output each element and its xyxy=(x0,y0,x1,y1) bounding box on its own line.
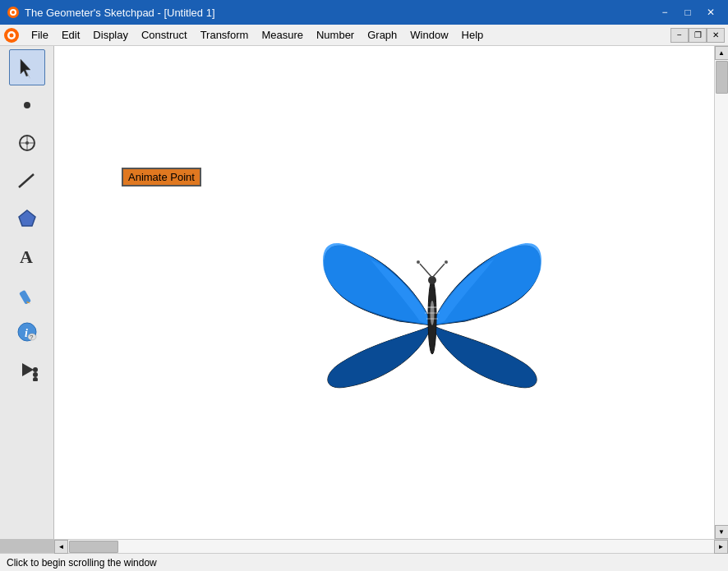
line-tool[interactable] xyxy=(9,163,45,199)
animate-icon xyxy=(16,358,39,381)
svg-marker-23 xyxy=(22,363,34,376)
scroll-down-button[interactable]: ▼ xyxy=(715,525,729,539)
svg-point-24 xyxy=(33,367,38,372)
animate-tool[interactable] xyxy=(9,352,45,388)
animate-point-label: Animate Point xyxy=(122,168,201,186)
menu-file[interactable]: File xyxy=(25,25,55,45)
close-button[interactable]: ✕ xyxy=(700,4,721,21)
scroll-left-button[interactable]: ◄ xyxy=(54,540,68,554)
scroll-h-thumb[interactable] xyxy=(69,541,118,553)
text-tool[interactable]: A xyxy=(9,238,45,274)
minimize-button[interactable]: − xyxy=(654,4,675,21)
scroll-right-button[interactable]: ► xyxy=(714,540,728,554)
butterfly-svg xyxy=(317,235,547,416)
menu-graph[interactable]: Graph xyxy=(361,25,403,45)
doc-close-button[interactable]: ✕ xyxy=(707,28,725,43)
polygon-tool[interactable] xyxy=(9,200,45,237)
scroll-v-thumb[interactable] xyxy=(716,61,728,94)
svg-marker-6 xyxy=(21,59,30,76)
menu-bar: File Edit Display Construct Transform Me… xyxy=(0,25,728,46)
svg-point-26 xyxy=(33,377,38,381)
svg-point-5 xyxy=(10,33,14,37)
horizontal-scrollbar: ◄ ► xyxy=(54,539,728,553)
scroll-v-track[interactable] xyxy=(715,60,728,525)
svg-rect-17 xyxy=(19,290,31,305)
menu-logo xyxy=(3,27,20,44)
line-icon xyxy=(16,169,39,192)
menu-construct[interactable]: Construct xyxy=(135,25,194,45)
menu-help[interactable]: Help xyxy=(455,25,491,45)
text-icon: A xyxy=(16,245,39,268)
svg-line-31 xyxy=(432,264,445,278)
menu-number[interactable]: Number xyxy=(310,25,361,45)
point-icon xyxy=(16,94,39,117)
toolbar: A i ? xyxy=(0,46,54,539)
compass-icon xyxy=(16,131,39,154)
doc-minimize-button[interactable]: − xyxy=(670,28,689,43)
compass-tool[interactable] xyxy=(9,125,45,161)
svg-point-25 xyxy=(33,372,38,377)
main-container: A i ? xyxy=(0,46,728,571)
svg-line-29 xyxy=(420,264,432,278)
title-bar-left: The Geometer's Sketchpad - [Untitled 1] xyxy=(7,6,215,19)
marker-tool[interactable] xyxy=(9,276,45,312)
title-bar: The Geometer's Sketchpad - [Untitled 1] … xyxy=(0,0,728,25)
svg-point-30 xyxy=(417,260,420,264)
point-tool[interactable] xyxy=(9,87,45,123)
scroll-up-button[interactable]: ▲ xyxy=(715,46,729,60)
maximize-button[interactable]: □ xyxy=(677,4,698,21)
vertical-scrollbar: ▲ ▼ xyxy=(714,46,728,539)
status-text: Click to begin scrolling the window xyxy=(7,557,157,569)
menu-window[interactable]: Window xyxy=(403,25,454,45)
menu-display[interactable]: Display xyxy=(86,25,135,45)
scroll-h-track[interactable] xyxy=(68,540,714,553)
svg-text:?: ? xyxy=(30,334,34,341)
bottom-area: ◄ ► Click to begin scrolling the window xyxy=(0,539,728,571)
svg-point-32 xyxy=(445,260,448,264)
menu-bar-controls: − ❐ ✕ xyxy=(670,28,725,43)
menu-edit[interactable]: Edit xyxy=(55,25,86,45)
svg-point-2 xyxy=(12,11,15,14)
svg-point-8 xyxy=(24,102,30,108)
status-bar: Click to begin scrolling the window xyxy=(0,553,728,571)
info-tool[interactable]: i ? xyxy=(9,314,45,350)
arrow-icon xyxy=(16,56,39,79)
title-text: The Geometer's Sketchpad - [Untitled 1] xyxy=(25,7,215,19)
canvas-area[interactable]: Animate Point xyxy=(54,46,714,539)
workspace-row: A i ? xyxy=(0,46,728,539)
svg-marker-15 xyxy=(19,210,35,226)
marker-icon xyxy=(16,283,39,306)
title-bar-controls: − □ ✕ xyxy=(654,4,721,21)
svg-text:i: i xyxy=(25,327,28,339)
svg-text:A: A xyxy=(20,246,33,267)
select-tool[interactable] xyxy=(9,49,45,85)
doc-restore-button[interactable]: ❐ xyxy=(689,28,707,43)
polygon-icon xyxy=(16,207,39,230)
menu-transform[interactable]: Transform xyxy=(194,25,256,45)
svg-line-13 xyxy=(19,174,34,187)
info-icon: i ? xyxy=(16,320,39,343)
menu-measure[interactable]: Measure xyxy=(255,25,310,45)
app-icon xyxy=(7,6,20,19)
butterfly-image xyxy=(317,235,547,416)
